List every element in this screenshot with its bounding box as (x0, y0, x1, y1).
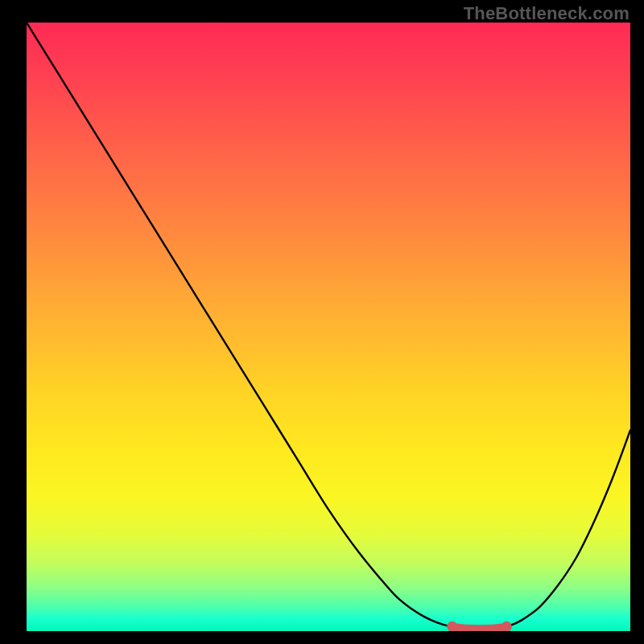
optimal-range-highlight (452, 627, 507, 630)
optimal-end-dot (502, 621, 512, 631)
optimal-start-dot (447, 621, 457, 631)
bottleneck-curve (27, 23, 630, 631)
chart-area (27, 23, 630, 631)
watermark-text: TheBottleneck.com (464, 3, 630, 24)
curve-line (27, 23, 630, 630)
